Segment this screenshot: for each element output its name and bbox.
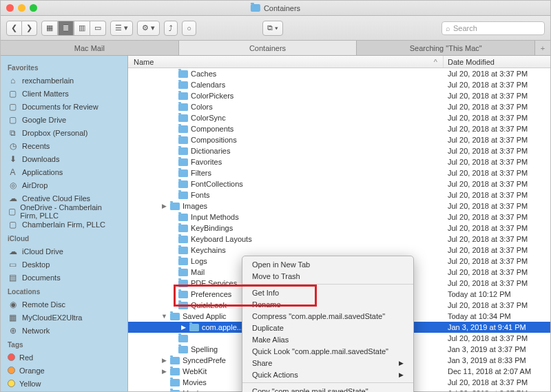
file-row[interactable]: CachesJul 20, 2018 at 3:37 PM: [128, 68, 550, 79]
file-row[interactable]: FiltersJul 20, 2018 at 3:37 PM: [128, 167, 550, 178]
sidebar-item-google-drive[interactable]: ▢Google Drive: [1, 113, 127, 126]
nav-back-forward[interactable]: ❮ ❯: [6, 21, 37, 36]
file-name: Compositions: [191, 136, 237, 144]
sidebar-item-remote-disc[interactable]: ◉Remote Disc: [1, 298, 127, 311]
tags-button[interactable]: ○: [182, 21, 196, 36]
minimize-icon[interactable]: [18, 4, 25, 12]
disclosure-triangle-icon[interactable]: ▶: [180, 324, 187, 331]
arrange-button[interactable]: ☰ ▾: [110, 21, 133, 36]
sidebar-item-client-matters[interactable]: ▢Client Matters: [1, 87, 127, 100]
menu-item-make-alias[interactable]: Make Alias: [242, 333, 413, 345]
view-switcher[interactable]: ▦ ≣ ▥ ▭: [41, 21, 106, 36]
sidebar[interactable]: Favorites⌂rexchamberlain▢Client Matters▢…: [1, 56, 128, 391]
sidebar-item-orange[interactable]: Orange: [1, 364, 127, 377]
dropbox-button[interactable]: ⧉ ▾: [262, 21, 283, 36]
back-button[interactable]: ❮: [6, 21, 22, 36]
sidebar-item-network[interactable]: ⊕Network: [1, 324, 127, 337]
menu-item-get-info[interactable]: Get Info: [242, 287, 413, 298]
sidebar-item-downloads[interactable]: ⬇Downloads: [1, 152, 127, 165]
tab-mac-mail[interactable]: Mac Mail: [1, 41, 179, 55]
menu-item-move-to-trash[interactable]: Move to Trash: [242, 270, 413, 282]
sidebar-item-red[interactable]: Red: [1, 351, 127, 364]
menu-item-quick-actions[interactable]: Quick Actions▶: [242, 369, 413, 380]
menu-item-open-in-new-tab[interactable]: Open in New Tab: [242, 258, 413, 270]
file-row[interactable]: DictionariesJul 20, 2018 at 3:37 PM: [128, 145, 550, 156]
tab-searching-this-mac-[interactable]: Searching "This Mac": [357, 41, 535, 55]
file-row[interactable]: KeyBindingsJul 20, 2018 at 3:37 PM: [128, 223, 550, 234]
menu-item-rename[interactable]: Rename: [242, 298, 413, 310]
file-row[interactable]: ColorSyncJul 20, 2018 at 3:37 PM: [128, 112, 550, 123]
file-row[interactable]: ColorsJul 20, 2018 at 3:37 PM: [128, 101, 550, 112]
search-icon: ⌕: [446, 24, 450, 32]
sidebar-item-applications[interactable]: AApplications: [1, 165, 127, 178]
file-row[interactable]: KeychainsJul 20, 2018 at 3:37 PM: [128, 245, 550, 256]
menu-item-duplicate[interactable]: Duplicate: [242, 322, 413, 333]
action-button[interactable]: ⚙ ▾: [137, 21, 160, 36]
file-row[interactable]: ColorPickersJul 20, 2018 at 3:37 PM: [128, 90, 550, 101]
sidebar-item-dropbox-personal-[interactable]: ⧉Dropbox (Personal): [1, 126, 127, 139]
file-row[interactable]: Input MethodsJul 20, 2018 at 3:37 PM: [128, 212, 550, 223]
file-name: Favorites: [191, 158, 222, 166]
menu-item-share[interactable]: Share▶: [242, 357, 413, 369]
folder-icon: [178, 103, 188, 111]
submenu-arrow-icon: ▶: [399, 360, 404, 367]
column-date[interactable]: Date Modified: [444, 56, 550, 68]
folder-icon: [178, 225, 188, 232]
new-tab-button[interactable]: +: [535, 41, 550, 55]
sidebar-item-airdrop[interactable]: ◎AirDrop: [1, 178, 127, 192]
file-row[interactable]: ▶ImagesJul 20, 2018 at 3:37 PM: [128, 200, 550, 212]
sidebar-item-recents[interactable]: ◷Recents: [1, 139, 127, 152]
folder-icon: [170, 357, 180, 364]
gallery-view-button[interactable]: ▭: [90, 21, 106, 36]
forward-button[interactable]: ❯: [22, 21, 37, 36]
menu-item-copy-com-apple-mail-[interactable]: Copy "com.apple.mail.savedState": [242, 385, 413, 392]
folder-icon: [170, 368, 180, 375]
share-button[interactable]: ⤴: [164, 21, 178, 36]
column-headers[interactable]: Name^ Date Modified: [128, 56, 550, 68]
context-menu[interactable]: Open in New TabMove to TrashGet InfoRena…: [242, 256, 414, 392]
icon-view-button[interactable]: ▦: [41, 21, 58, 36]
sidebar-item-chamberlain-firm-pllc[interactable]: ▢Chamberlain Firm, PLLC: [1, 218, 127, 231]
disclosure-triangle-icon[interactable]: ▼: [161, 313, 167, 320]
file-name: Dictionaries: [191, 147, 230, 155]
sidebar-item-yellow[interactable]: Yellow: [1, 377, 127, 390]
menu-item-compress-com-apple-m[interactable]: Compress "com.apple.mail.savedState": [242, 310, 413, 322]
sidebar-item-mycloudex-ultra[interactable]: ▦MyCloudEX2Ultra: [1, 311, 127, 324]
search-input[interactable]: ⌕ Search: [441, 21, 545, 35]
disclosure-triangle-icon[interactable]: ▶: [161, 357, 167, 364]
close-icon[interactable]: [6, 4, 14, 12]
file-row[interactable]: CalendarsJul 20, 2018 at 3:37 PM: [128, 79, 550, 90]
tab-containers[interactable]: Containers: [179, 41, 357, 55]
sidebar-item-green[interactable]: Green: [1, 390, 127, 391]
column-name[interactable]: Name^: [128, 56, 444, 68]
sidebar-item-label: MyCloudEX2Ultra: [22, 313, 82, 322]
file-row[interactable]: ComponentsJul 20, 2018 at 3:37 PM: [128, 123, 550, 134]
column-view-button[interactable]: ▥: [74, 21, 90, 36]
file-row[interactable]: FontsJul 20, 2018 at 3:37 PM: [128, 189, 550, 200]
sidebar-item-label: Applications: [22, 168, 63, 176]
sidebar-item-documents[interactable]: ▤Documents: [1, 271, 127, 284]
file-date: Jul 20, 2018 at 3:37 PM: [444, 114, 550, 122]
sidebar-item-rexchamberlain[interactable]: ⌂rexchamberlain: [1, 74, 127, 87]
file-row[interactable]: Keyboard LayoutsJul 20, 2018 at 3:37 PM: [128, 234, 550, 245]
disclosure-triangle-icon[interactable]: ▶: [161, 368, 167, 375]
file-row[interactable]: FavoritesJul 20, 2018 at 3:37 PM: [128, 156, 550, 167]
menu-item-quick-look-com-apple[interactable]: Quick Look "com.apple.mail.savedState": [242, 345, 413, 357]
file-name: Keyboard Layouts: [191, 235, 252, 243]
titlebar[interactable]: Containers: [1, 1, 550, 16]
folder-icon: [178, 169, 188, 177]
file-row[interactable]: CompositionsJul 20, 2018 at 3:37 PM: [128, 134, 550, 145]
file-row[interactable]: FontCollectionsJul 20, 2018 at 3:37 PM: [128, 178, 550, 189]
file-date: Jul 20, 2018 at 3:37 PM: [444, 224, 550, 232]
folder-icon: [178, 247, 188, 254]
sidebar-item-icloud-drive[interactable]: ☁iCloud Drive: [1, 245, 127, 258]
sidebar-item-onedrive-chamberlain-firm-pllc[interactable]: ▢OneDrive - Chamberlain Firm, PLLC: [1, 205, 127, 218]
zoom-icon[interactable]: [30, 4, 37, 12]
folder-icon: [178, 180, 188, 188]
folder-icon: ▢: [8, 220, 18, 229]
sidebar-item-documents-for-review[interactable]: ▢Documents for Review: [1, 100, 127, 113]
sidebar-item-desktop[interactable]: ▭Desktop: [1, 258, 127, 271]
list-view-button[interactable]: ≣: [58, 21, 74, 36]
disclosure-triangle-icon[interactable]: ▶: [161, 203, 167, 209]
sidebar-header: Locations: [1, 284, 127, 298]
